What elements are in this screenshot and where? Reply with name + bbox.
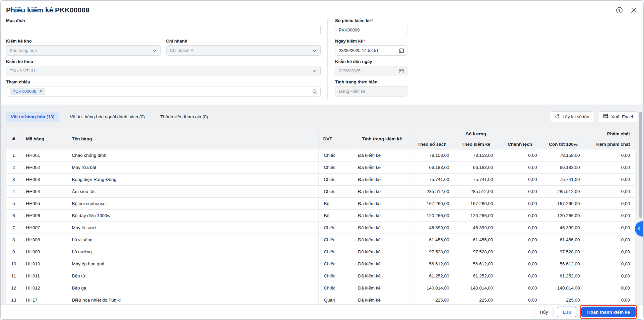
tab-vat-tu-hang-hoa[interactable]: Vật tư hàng hóa (13) [6, 112, 59, 122]
cell-name: Máy ép hoa quả [67, 258, 318, 270]
footer-bar: Hủy Lưu Hoàn thành kiểm kê [1, 304, 643, 319]
cell-difference: 0,00 [498, 161, 542, 173]
count-by-field: Kiểm kê theo Tất cả VTHH [6, 59, 321, 76]
search-icon[interactable] [312, 89, 317, 95]
col-header-name: Tên hàng [67, 129, 318, 149]
cell-by-book: 75.741,00 [410, 173, 454, 185]
cell-code: HH001 [21, 149, 67, 161]
reference-tag[interactable]: YCKK00009 ✕ [10, 88, 45, 95]
cell-unit: Chiếc [318, 246, 354, 258]
table-row[interactable]: 3HH003Bóng điện Rạng ĐôngChiếcĐã kiểm kê… [6, 173, 635, 185]
vertical-scrollbar-thumb[interactable] [639, 112, 642, 218]
help-icon[interactable]: ? [616, 7, 623, 14]
table-row[interactable]: 12HH012Bếp gaChiếcĐã kiểm kê140.014,0014… [6, 282, 635, 294]
cell-bad: 0,00 [585, 161, 635, 173]
col-header-status: Tình trạng kiểm kê [354, 129, 410, 149]
cell-name: Ấm siêu tốc [67, 185, 318, 197]
table-body: 1HH001Chảo chống dínhChiếcĐã kiểm kê78.1… [6, 149, 635, 304]
chip-remove-icon[interactable]: ✕ [39, 89, 43, 94]
cell-index: 5 [6, 197, 21, 209]
table-row[interactable]: 11HH011Bếp từChiếcĐã kiểm kê61.252,0061.… [6, 270, 635, 282]
close-icon[interactable] [631, 7, 637, 13]
cell-difference: 0,00 [498, 234, 542, 246]
cell-by-count: 46.399,00 [454, 221, 498, 234]
cell-index: 2 [6, 161, 21, 173]
count-date-input[interactable]: 23/06/2025 14:52:51 [335, 45, 407, 56]
purpose-input[interactable] [6, 25, 321, 35]
cell-code: HH009 [21, 246, 67, 258]
table-row[interactable]: 2HH002Máy rửa bátChiếcĐã kiểm kê66.183,0… [6, 161, 635, 173]
cell-code: HH005 [21, 197, 67, 209]
cell-name: Lò vi sóng [67, 234, 318, 246]
table-row[interactable]: 10HH010Máy ép hoa quảChiếcĐã kiểm kê56.6… [6, 258, 635, 270]
count-by-label: Kiểm kê theo [6, 59, 321, 64]
cell-unit: Chiếc [318, 185, 354, 197]
cell-by-book: 285.512,00 [410, 185, 454, 197]
required-asterisk: * [364, 39, 365, 44]
cell-bad: 0,00 [585, 185, 635, 197]
count-until-label: Kiểm kê đến ngày [335, 59, 407, 64]
cell-good: 167.260,00 [542, 197, 585, 209]
save-button[interactable]: Lưu [557, 307, 576, 317]
cell-status: Đã kiểm kê [354, 246, 410, 258]
export-excel-button[interactable]: Xuất Excel [598, 111, 638, 122]
cancel-button[interactable]: Hủy [534, 307, 554, 317]
cell-difference: 0,00 [498, 221, 542, 234]
cell-difference: 0,00 [498, 185, 542, 197]
cell-by-count: 140.014,00 [454, 282, 498, 294]
cell-index: 12 [6, 282, 21, 294]
cell-unit: Quận [318, 294, 354, 304]
reference-input[interactable]: YCKK00009 ✕ [6, 86, 321, 97]
highlight-annotation: Hoàn thành kiểm kê [580, 305, 637, 319]
cell-status: Đã kiểm kê [354, 234, 410, 246]
table-row[interactable]: 7HH007Máy lò sưởiChiếcĐã kiểm kê46.399,0… [6, 221, 635, 234]
chevron-down-icon [312, 69, 317, 74]
cell-by-book: 61.456,00 [410, 234, 454, 246]
table-row[interactable]: 4HH004Ấm siêu tốcChiếcĐã kiểm kê285.512,… [6, 185, 635, 197]
cell-index: 8 [6, 234, 21, 246]
cell-by-book: 56.612,00 [410, 258, 454, 270]
col-header-difference: Chênh lệch [498, 139, 542, 149]
count-until-input: 23/06/2025 [335, 66, 407, 76]
cell-by-book: 61.252,00 [410, 270, 454, 282]
cell-by-count: 61.456,00 [454, 234, 498, 246]
cell-by-count: 66.183,00 [454, 161, 498, 173]
cell-unit: Chiếc [318, 258, 354, 270]
table-row[interactable]: 9HH009Lò nướngChiếcĐã kiểm kê97.528,0097… [6, 246, 635, 258]
cell-bad: 0,00 [585, 258, 635, 270]
cell-by-book: 140.014,00 [410, 282, 454, 294]
cell-status: Đã kiểm kê [354, 258, 410, 270]
branch-label: Chi nhánh [166, 39, 321, 44]
cell-unit: Chiếc [318, 282, 354, 294]
cell-code: HH010 [21, 258, 67, 270]
table-row[interactable]: 8HH008Lò vi sóngChiếcĐã kiểm kê61.456,00… [6, 234, 635, 246]
table-row[interactable]: 13HH17Điều hòa nhiệt độ FunikiQuậnĐã kiể… [6, 294, 635, 304]
count-date-field: Ngày kiểm kê* 23/06/2025 14:52:51 [335, 39, 407, 56]
table-row[interactable]: 5HH005Bộ nồi sunhouseBộĐã kiểm kê167.260… [6, 197, 635, 209]
tab-ngoai-danh-sach[interactable]: Vật tư, hàng hóa ngoài danh sách (0) [65, 112, 150, 122]
tab-thanh-vien[interactable]: Thành viên tham gia (0) [155, 112, 213, 122]
cell-status: Đã kiểm kê [354, 173, 410, 185]
cell-status: Đã kiểm kê [354, 294, 410, 304]
cell-difference: 0,00 [498, 173, 542, 185]
complete-count-button[interactable]: Hoàn thành kiểm kê [581, 307, 636, 317]
cell-bad: 0,00 [585, 246, 635, 258]
cell-good: 61.252,00 [542, 270, 585, 282]
table-row[interactable]: 6HH006Bộ dây điện 1000wBộĐã kiểm kê120.2… [6, 209, 635, 221]
calendar-icon[interactable] [399, 48, 404, 54]
branch-field: Chi nhánh Chi nhánh A [166, 39, 321, 56]
slip-number-label: Số phiếu kiểm kê [335, 18, 371, 23]
col-header-by-book: Theo sổ sách [410, 139, 454, 149]
col-header-index: # [6, 129, 21, 149]
form-divider [327, 19, 328, 100]
slip-number-input[interactable] [335, 25, 407, 35]
table-row[interactable]: 1HH001Chảo chống dínhChiếcĐã kiểm kê78.1… [6, 149, 635, 161]
content-area: Vật tư hàng hóa (13) Vật tư, hàng hóa ng… [1, 105, 643, 304]
refresh-stock-button[interactable]: Lấy lại số tồn [550, 111, 594, 122]
warehouse-label: Kiểm kê kho [6, 39, 161, 44]
cell-status: Đã kiểm kê [354, 197, 410, 209]
col-header-code: Mã hàng [21, 129, 67, 149]
inventory-check-modal: Phiếu kiểm kê PKK00009 ? Mục đích Kiểm k… [0, 0, 644, 320]
status-field: Tình trạng thực hiện Đang kiểm kê [335, 79, 407, 97]
cell-by-book: 225,00 [410, 294, 454, 304]
